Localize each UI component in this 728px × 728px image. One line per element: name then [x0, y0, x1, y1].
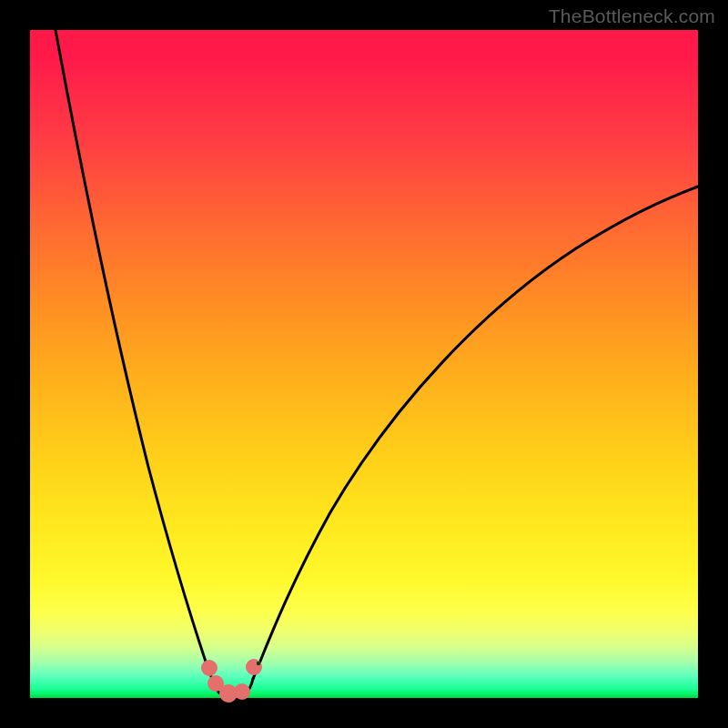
curve-right-ascending [253, 187, 698, 679]
chart-frame: TheBottleneck.com [0, 0, 728, 728]
marker-dot-icon [246, 659, 262, 675]
marker-dot-icon [201, 660, 217, 676]
watermark-label: TheBottleneck.com [549, 5, 715, 27]
marker-accent-dot-icon [257, 662, 260, 665]
curve-left-descending [56, 30, 212, 679]
chart-svg [30, 30, 698, 698]
marker-dot-icon [234, 683, 250, 700]
